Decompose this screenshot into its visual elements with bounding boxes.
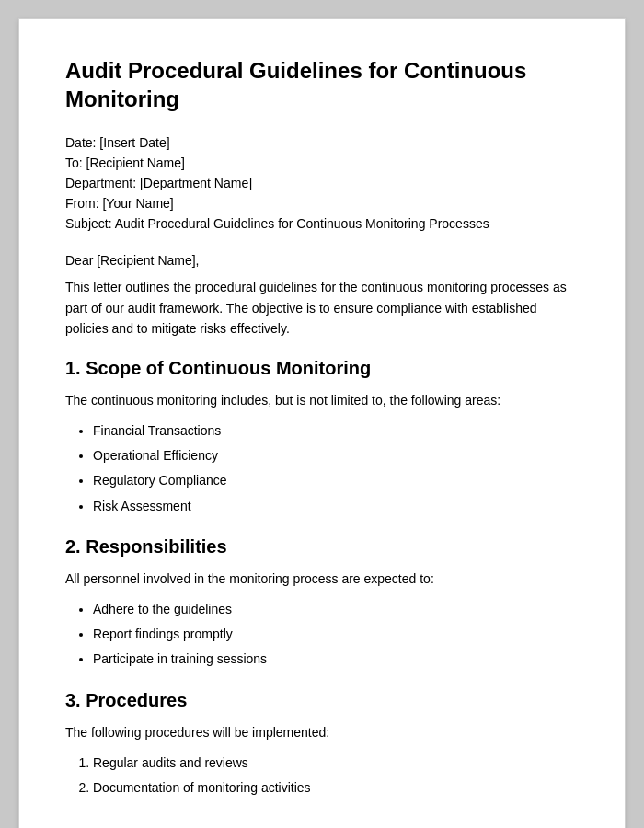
date-field: Date: [Insert Date] <box>65 135 579 150</box>
section-3-heading: 3. Procedures <box>65 690 579 711</box>
list-item: Operational Efficiency <box>93 444 579 467</box>
document-container: Audit Procedural Guidelines for Continuo… <box>18 18 626 828</box>
list-item: Documentation of monitoring activities <box>93 776 579 799</box>
section-3-list: Regular audits and reviews Documentation… <box>93 752 579 799</box>
list-item: Regulatory Compliance <box>93 469 579 492</box>
section-1-list: Financial Transactions Operational Effic… <box>93 420 579 518</box>
section-3-intro: The following procedures will be impleme… <box>65 722 579 742</box>
section-1-heading: 1. Scope of Continuous Monitoring <box>65 358 579 379</box>
list-item: Risk Assessment <box>93 495 579 518</box>
section-2-heading: 2. Responsibilities <box>65 536 579 558</box>
to-field: To: [Recipient Name] <box>65 155 579 170</box>
intro-paragraph: This letter outlines the procedural guid… <box>65 277 579 339</box>
from-field: From: [Your Name] <box>65 196 579 211</box>
section-1-intro: The continuous monitoring includes, but … <box>65 390 579 410</box>
list-item: Regular audits and reviews <box>93 752 579 775</box>
list-item: Participate in training sessions <box>93 648 579 671</box>
section-2-intro: All personnel involved in the monitoring… <box>65 569 579 589</box>
subject-field: Subject: Audit Procedural Guidelines for… <box>65 216 579 231</box>
list-item: Adhere to the guidelines <box>93 598 579 621</box>
list-item: Report findings promptly <box>93 623 579 646</box>
section-2-list: Adhere to the guidelines Report findings… <box>93 598 579 672</box>
salutation: Dear [Recipient Name], <box>65 253 579 268</box>
document-title: Audit Procedural Guidelines for Continuo… <box>65 56 579 113</box>
list-item: Financial Transactions <box>93 420 579 443</box>
department-field: Department: [Department Name] <box>65 176 579 190</box>
